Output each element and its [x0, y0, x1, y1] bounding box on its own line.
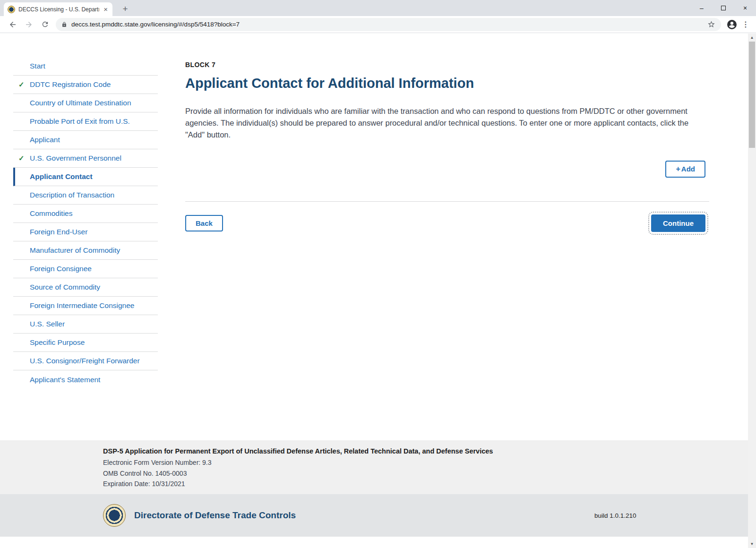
profile-avatar[interactable]	[725, 17, 739, 32]
bottom-strip	[0, 537, 756, 548]
sidebar-item-label: Foreign Intermediate Consignee	[30, 301, 134, 310]
sidebar-item-label: Specific Purpose	[30, 338, 85, 347]
sidebar-item-applicant[interactable]: Applicant	[13, 131, 158, 149]
sidebar-item-us-consignor-freight-forwarder[interactable]: U.S. Consignor/Freight Forwarder	[13, 352, 158, 370]
ddtc-seal-logo	[103, 504, 126, 527]
tab-title: DECCS Licensing - U.S. Departme	[18, 6, 99, 13]
scrollbar-down-arrow[interactable]: ▼	[748, 540, 756, 548]
sidebar-item-label: Applicant's Statement	[30, 376, 100, 384]
back-button[interactable]: Back	[185, 215, 223, 231]
sidebar-item-specific-purpose[interactable]: Specific Purpose	[13, 334, 158, 352]
browser-menu-icon[interactable]: ⋮	[740, 20, 751, 29]
sidebar-item-label: Foreign Consignee	[30, 265, 92, 273]
sidebar-item-label: Source of Commodity	[30, 283, 100, 291]
form-actions-row: Back Continue	[185, 214, 709, 232]
sidebar-item-foreign-end-user[interactable]: Foreign End-User	[13, 223, 158, 241]
sidebar-item-label: Applicant	[30, 136, 60, 144]
site-footer: Directorate of Defense Trade Controls bu…	[0, 494, 756, 537]
sidebar-item-label: U.S. Government Personnel	[30, 154, 121, 163]
browser-back-button[interactable]	[6, 18, 19, 31]
omb-control-number: OMB Control No. 1405-0003	[103, 470, 756, 477]
page-title: Applicant Contact for Additional Informa…	[185, 76, 709, 91]
url-text: deccs.test.pmddtc.state.gov/licensing/#/…	[71, 21, 707, 28]
sidebar-item-label: U.S. Seller	[30, 320, 65, 328]
window-close-button[interactable]: ×	[734, 0, 756, 16]
scrollbar-thumb[interactable]	[749, 42, 755, 148]
page-body: Start ✓ DDTC Registration Code Country o…	[0, 33, 756, 440]
build-version: build 1.0.1.210	[594, 512, 636, 519]
plus-icon: +	[676, 165, 680, 173]
sidebar-item-us-seller[interactable]: U.S. Seller	[13, 315, 158, 334]
main-content: BLOCK 7 Applicant Contact for Additional…	[185, 33, 709, 232]
continue-button[interactable]: Continue	[651, 214, 705, 232]
sidebar-item-ddtc-registration-code[interactable]: ✓ DDTC Registration Code	[13, 76, 158, 94]
sidebar-item-label: Manufacturer of Commodity	[30, 246, 120, 255]
sidebar-item-label: U.S. Consignor/Freight Forwarder	[30, 357, 140, 365]
back-arrow-icon	[9, 20, 17, 29]
address-bar[interactable]: deccs.test.pmddtc.state.gov/licensing/#/…	[56, 18, 721, 31]
org-name: Directorate of Defense Trade Controls	[134, 510, 296, 521]
sidebar-item-label: DDTC Registration Code	[30, 80, 111, 89]
expiration-date: Expiration Date: 10/31/2021	[103, 480, 756, 488]
sidebar-item-applicant-contact[interactable]: Applicant Contact	[13, 168, 158, 186]
browser-refresh-button[interactable]	[38, 18, 52, 31]
browser-toolbar: deccs.test.pmddtc.state.gov/licensing/#/…	[0, 16, 756, 33]
sidebar-item-us-government-personnel[interactable]: ✓ U.S. Government Personnel	[13, 149, 158, 168]
sidebar-item-description-of-transaction[interactable]: Description of Transaction	[13, 186, 158, 205]
window-controls: – ×	[691, 0, 756, 16]
sidebar-item-label: Applicant Contact	[30, 172, 93, 181]
new-tab-button[interactable]: +	[119, 3, 131, 15]
section-divider	[185, 201, 709, 202]
sidebar-item-label: Commodities	[30, 209, 72, 218]
bookmark-star-icon[interactable]	[707, 20, 715, 28]
sidebar-item-manufacturer-of-commodity[interactable]: Manufacturer of Commodity	[13, 241, 158, 260]
block-label: BLOCK 7	[185, 61, 709, 68]
sidebar-item-commodities[interactable]: Commodities	[13, 205, 158, 223]
refresh-icon	[41, 20, 49, 28]
browser-forward-button[interactable]	[22, 18, 35, 31]
check-icon: ✓	[18, 80, 25, 89]
add-button-label: Add	[681, 165, 695, 173]
add-button-row: +Add	[185, 161, 709, 178]
window-minimize-button[interactable]: –	[691, 0, 713, 16]
sidebar-item-foreign-intermediate-consignee[interactable]: Foreign Intermediate Consignee	[13, 297, 158, 315]
window-maximize-button[interactable]	[713, 0, 734, 16]
sidebar-item-label: Description of Transaction	[30, 191, 114, 199]
browser-tab[interactable]: DECCS Licensing - U.S. Departme ×	[4, 2, 112, 16]
lock-icon	[61, 21, 67, 28]
person-icon	[726, 19, 738, 30]
page-description: Provide all information for individuals …	[185, 105, 705, 141]
sidebar-item-foreign-consignee[interactable]: Foreign Consignee	[13, 260, 158, 278]
form-nav-sidebar: Start ✓ DDTC Registration Code Country o…	[13, 57, 158, 389]
site-favicon-icon	[8, 6, 15, 13]
sidebar-item-label: Probable Port of Exit from U.S.	[30, 117, 130, 126]
sidebar-item-start[interactable]: Start	[13, 57, 158, 76]
forward-arrow-icon	[25, 20, 33, 29]
sidebar-item-label: Foreign End-User	[30, 228, 87, 236]
add-button[interactable]: +Add	[665, 161, 705, 178]
browser-titlebar: DECCS Licensing - U.S. Departme × + – ×	[0, 0, 756, 16]
form-version: Electronic Form Version Number: 9.3	[103, 459, 756, 466]
tab-close-icon[interactable]: ×	[103, 6, 109, 13]
sidebar-item-label: Start	[30, 62, 45, 70]
sidebar-item-label: Country of Ultimate Destination	[30, 99, 131, 107]
scrollbar-up-arrow[interactable]: ▲	[748, 34, 756, 42]
maximize-icon	[721, 6, 726, 10]
check-icon: ✓	[18, 154, 25, 163]
sidebar-item-country-of-ultimate-destination[interactable]: Country of Ultimate Destination	[13, 94, 158, 112]
sidebar-item-probable-port-of-exit[interactable]: Probable Port of Exit from U.S.	[13, 112, 158, 131]
sidebar-item-source-of-commodity[interactable]: Source of Commodity	[13, 278, 158, 297]
scrollbar[interactable]: ▲ ▼	[748, 34, 756, 548]
form-title: DSP-5 Application for Permanent Export o…	[103, 447, 756, 455]
sidebar-item-applicants-statement[interactable]: Applicant's Statement	[13, 370, 158, 389]
form-info-footer: DSP-5 Application for Permanent Export o…	[0, 440, 756, 494]
